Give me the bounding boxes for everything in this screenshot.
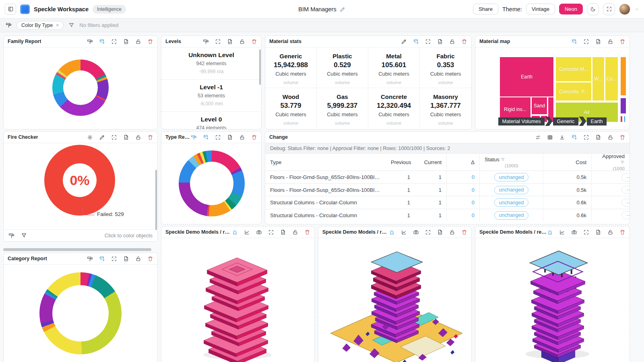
treemap-cell[interactable] — [620, 116, 623, 122]
trash-icon[interactable] — [147, 256, 153, 262]
list-item[interactable]: Level -1 53 elements -6,000 mm — [161, 80, 261, 112]
type-report-donut-chart[interactable] — [179, 150, 245, 216]
color-by-type-chip[interactable]: Color By Type × — [17, 21, 64, 30]
lock-icon[interactable] — [607, 39, 613, 45]
list-item[interactable]: Level 0 474 elements — [161, 112, 261, 130]
ghost-icon[interactable] — [547, 229, 553, 235]
pencil-icon[interactable] — [401, 39, 407, 45]
file-icon[interactable] — [595, 229, 601, 235]
column-header[interactable]: Δ — [446, 154, 479, 171]
edit-title-icon[interactable] — [340, 6, 346, 12]
camera-icon[interactable] — [256, 229, 262, 235]
filter-funnel-icon[interactable] — [21, 232, 27, 239]
model-viewport[interactable] — [475, 238, 630, 362]
treemap-cell[interactable]: Sand — [531, 97, 547, 115]
file-icon[interactable] — [227, 39, 233, 45]
paint-roller-icon[interactable] — [6, 22, 12, 28]
chart-trend-icon[interactable] — [559, 229, 565, 235]
breadcrumb-item[interactable]: Material Volumes — [498, 117, 545, 125]
trash-icon[interactable] — [461, 229, 467, 235]
focus-scan-icon[interactable] — [111, 39, 117, 45]
lock-icon[interactable] — [607, 134, 613, 140]
lock-icon[interactable] — [135, 256, 141, 262]
table-row[interactable]: Floors - Floor-Grnd-Susp_65Scr-80Ins-100… — [265, 183, 630, 196]
chart-trend-icon[interactable] — [244, 229, 250, 235]
column-header[interactable]: Current — [415, 159, 446, 165]
treemap-cell[interactable] — [620, 57, 626, 96]
database-sync-icon[interactable] — [99, 39, 105, 45]
lock-icon[interactable] — [449, 229, 455, 235]
material-map-treemap[interactable]: EarthRigid ins...SandConcrete M...Concre… — [500, 57, 626, 122]
focus-scan-icon[interactable] — [215, 39, 221, 45]
file-icon[interactable] — [123, 134, 129, 140]
paint-roller-icon[interactable] — [8, 232, 14, 239]
table-row[interactable]: Floors - Floor-Grnd-Susp_65Scr-80Ins-100… — [265, 171, 630, 183]
breadcrumb-item[interactable]: Earth — [587, 117, 607, 125]
scrollbar[interactable] — [259, 49, 261, 85]
column-header[interactable]: Previous — [386, 159, 415, 165]
focus-scan-icon[interactable] — [268, 229, 274, 235]
treemap-cell[interactable] — [624, 116, 625, 122]
ghost-icon[interactable] — [232, 229, 238, 235]
share-button[interactable]: Share — [473, 4, 498, 14]
column-header[interactable]: Type — [265, 159, 386, 165]
file-icon[interactable] — [280, 229, 286, 235]
trash-icon[interactable] — [304, 229, 310, 235]
treemap-cell[interactable]: Earth — [500, 57, 554, 97]
lock-icon[interactable] — [135, 39, 141, 45]
trash-icon[interactable] — [251, 134, 257, 140]
focus-scan-icon[interactable] — [425, 39, 431, 45]
treemap-cell[interactable]: W... — [592, 57, 605, 101]
close-icon[interactable]: × — [56, 23, 59, 28]
trash-icon[interactable] — [619, 134, 625, 140]
scrollbar[interactable] — [155, 170, 157, 230]
lock-icon[interactable] — [239, 134, 245, 140]
dark-mode-button[interactable] — [587, 3, 599, 15]
chart-trend-icon[interactable] — [401, 229, 407, 235]
file-icon[interactable] — [595, 134, 601, 140]
file-icon[interactable] — [437, 229, 443, 235]
swap-icon[interactable] — [535, 134, 541, 140]
download-icon[interactable] — [559, 134, 565, 140]
trash-icon[interactable] — [147, 134, 153, 140]
trash-icon[interactable] — [461, 39, 467, 45]
treemap-cell[interactable]: Concrete M... — [555, 57, 592, 82]
lock-icon[interactable] — [607, 229, 613, 235]
column-header-status[interactable]: Status (1000) — [479, 154, 543, 171]
column-header[interactable]: Cost — [543, 154, 591, 171]
category-report-donut-chart[interactable] — [39, 272, 122, 354]
lock-icon[interactable] — [239, 39, 245, 45]
file-icon[interactable] — [227, 134, 233, 140]
theme-vintage-button[interactable]: Vintage — [526, 4, 555, 14]
collapse-sidebar-button[interactable] — [5, 4, 16, 15]
table-row[interactable]: Structural Columns - Circular-Column 1 1… — [265, 196, 630, 209]
trash-icon[interactable] — [251, 39, 257, 45]
focus-scan-icon[interactable] — [425, 229, 431, 235]
treemap-cell[interactable] — [620, 98, 626, 114]
column-header-approved[interactable]: Approved (1000 — [591, 154, 630, 171]
treemap-cell[interactable]: Concrete, P... — [555, 82, 592, 101]
camera-icon[interactable] — [413, 229, 419, 235]
focus-scan-icon[interactable] — [111, 134, 117, 140]
trash-icon[interactable] — [619, 39, 625, 45]
paint-roller-icon[interactable] — [203, 39, 209, 45]
filter-funnel-icon[interactable] — [620, 160, 625, 165]
trash-icon[interactable] — [147, 39, 153, 45]
horizontal-scrollbar[interactable] — [3, 248, 151, 251]
database-sync-icon[interactable] — [571, 134, 577, 140]
database-sync-icon[interactable] — [413, 39, 419, 45]
gear-icon[interactable] — [87, 134, 93, 140]
focus-scan-icon[interactable] — [215, 134, 221, 140]
database-sync-icon[interactable] — [571, 39, 577, 45]
filter-funnel-icon[interactable] — [68, 22, 74, 28]
database-sync-icon[interactable] — [99, 256, 105, 262]
lock-icon[interactable] — [135, 134, 141, 140]
lock-icon[interactable] — [449, 39, 455, 45]
avatar[interactable] — [619, 4, 630, 15]
file-icon[interactable] — [437, 39, 443, 45]
camera-icon[interactable] — [571, 229, 577, 235]
file-icon[interactable] — [595, 39, 601, 45]
list-item[interactable]: Unknown Level 942 elements -99,999 n/a — [161, 47, 261, 80]
paint-roller-icon[interactable] — [87, 256, 93, 262]
ghost-icon[interactable] — [389, 229, 395, 235]
